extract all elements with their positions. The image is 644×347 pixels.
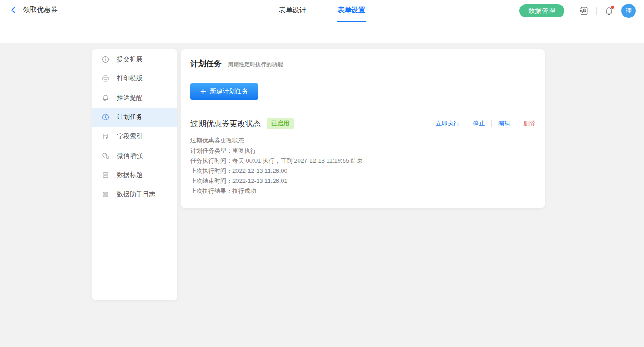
contacts-book-icon[interactable] (578, 5, 590, 17)
panel-subtitle: 周期性定时执行的功能 (228, 61, 283, 68)
sub-header-strip (0, 22, 644, 43)
task-detail-last-run-time: 上次执行时间：2022-12-13 11:26:00 (190, 166, 535, 176)
task-detail-description: 过期优惠券更改状态 (190, 136, 535, 146)
panel-header: 计划任务 周期性定时执行的功能 (190, 58, 535, 69)
document-icon (102, 133, 109, 140)
sidebar-item-label: 提交扩展 (117, 55, 143, 63)
edit-link[interactable]: 编辑 (498, 119, 510, 128)
task-detail-last-end-time: 上次结束时间：2022-12-13 11:26:01 (190, 176, 535, 186)
sidebar-item-data-assistant-log[interactable]: 数据助手日志 (92, 185, 177, 204)
back-chevron-icon (10, 6, 17, 16)
tab-form-design[interactable]: 表单设计 (278, 0, 307, 22)
wechat-icon (102, 152, 109, 159)
sidebar-item-label: 字段索引 (117, 132, 143, 141)
scheduled-tasks-panel: 计划任务 周期性定时执行的功能 新建计划任务 过期优惠券更改状态 已启用 立即执… (181, 49, 545, 208)
sidebar-item-scheduled-tasks[interactable]: 计划任务 (92, 108, 177, 127)
form-title[interactable]: 领取优惠券 (23, 6, 58, 16)
sidebar-item-label: 推送提醒 (117, 94, 143, 102)
tab-form-settings[interactable]: 表单设置 (337, 0, 366, 22)
task-header-row: 过期优惠券更改状态 已启用 立即执行 停止 编辑 删除 (190, 118, 535, 129)
back-button[interactable] (8, 6, 18, 16)
data-manage-button[interactable]: 数据管理 (519, 4, 564, 17)
clock-icon (102, 114, 109, 121)
divider (596, 7, 597, 15)
bell-icon (102, 94, 109, 102)
task-detail-type: 计划任务类型：重复执行 (190, 146, 535, 156)
sidebar-item-label: 数据助手日志 (117, 190, 155, 199)
task-detail-schedule: 任务执行时间：每天 00:01 执行，直到 2027-12-13 11:19:5… (190, 156, 535, 166)
list-icon (102, 191, 109, 198)
top-bar: 领取优惠券 表单设计 表单设置 数据管理 理 (0, 0, 644, 22)
plus-icon (200, 89, 206, 95)
divider (517, 120, 517, 127)
task-title: 过期优惠券更改状态 (190, 119, 261, 129)
divider (491, 120, 492, 127)
content-area: 提交扩展 打印模版 推送提醒 (0, 43, 644, 347)
notification-red-dot (611, 6, 614, 9)
topbar-left: 领取优惠券 (0, 6, 58, 16)
divider (190, 75, 535, 75)
sidebar-item-label: 打印模版 (117, 74, 143, 83)
task-actions: 立即执行 停止 编辑 删除 (436, 119, 535, 128)
info-icon (102, 56, 109, 63)
sidebar-item-data-title[interactable]: 数据标题 (92, 165, 177, 185)
printer-icon (102, 75, 109, 82)
notification-bell-icon[interactable] (603, 5, 615, 17)
execute-now-link[interactable]: 立即执行 (436, 119, 460, 128)
list-icon (102, 171, 109, 179)
new-task-button-label: 新建计划任务 (210, 87, 248, 96)
settings-sidebar: 提交扩展 打印模版 推送提醒 (92, 49, 177, 300)
stop-link[interactable]: 停止 (473, 119, 485, 128)
task-detail-last-result: 上次执行结果：执行成功 (190, 186, 535, 196)
sidebar-item-submit-extension[interactable]: 提交扩展 (92, 50, 177, 69)
sidebar-item-field-index[interactable]: 字段索引 (92, 127, 177, 146)
divider (571, 7, 571, 15)
new-scheduled-task-button[interactable]: 新建计划任务 (190, 83, 258, 100)
task-status-badge: 已启用 (267, 118, 294, 129)
panel-title: 计划任务 (190, 58, 222, 69)
sidebar-item-label: 计划任务 (117, 113, 143, 121)
divider (466, 120, 466, 127)
scheduled-task-item: 过期优惠券更改状态 已启用 立即执行 停止 编辑 删除 过期优惠券更改状态 计划… (190, 118, 535, 196)
sidebar-item-label: 微信增强 (117, 152, 143, 160)
delete-link[interactable]: 删除 (523, 119, 535, 128)
task-details: 过期优惠券更改状态 计划任务类型：重复执行 任务执行时间：每天 00:01 执行… (190, 136, 535, 196)
topbar-right: 数据管理 理 (519, 4, 644, 18)
sidebar-item-wechat-enhance[interactable]: 微信增强 (92, 146, 177, 165)
sidebar-item-print-template[interactable]: 打印模版 (92, 69, 177, 88)
user-avatar[interactable]: 理 (621, 4, 636, 18)
sidebar-item-label: 数据标题 (117, 171, 143, 179)
sidebar-item-push-reminder[interactable]: 推送提醒 (92, 88, 177, 108)
